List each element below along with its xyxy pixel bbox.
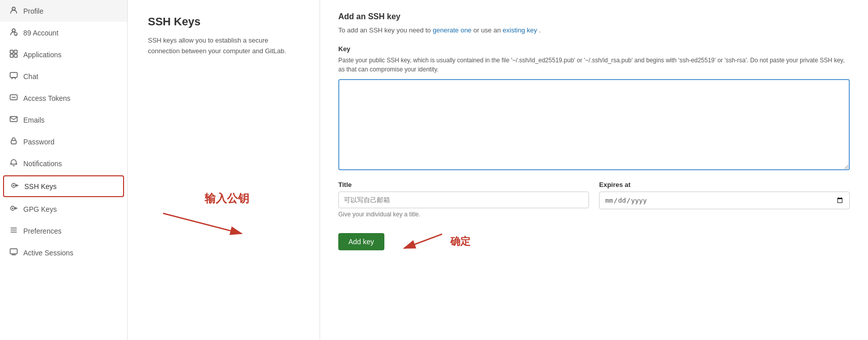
sidebar-item-profile[interactable]: Profile [0,0,127,22]
sidebar-item-label-access-tokens: Access Tokens [23,94,70,102]
svg-rect-20 [10,249,17,254]
sidebar-item-label-chat: Chat [23,72,38,81]
sidebar-item-label-emails: Emails [23,116,45,124]
confirm-arrow [397,229,447,254]
sidebar-item-label-gpg-keys: GPG Keys [23,205,57,213]
info-text: To add an SSH key you need to generate o… [338,25,850,36]
svg-line-25 [404,234,442,248]
right-panel: Add an SSH key To add an SSH key you nee… [320,0,868,340]
emails-icon [9,115,18,125]
svg-rect-8 [10,72,17,78]
svg-line-23 [163,213,242,234]
sidebar-item-notifications[interactable]: Notifications [0,153,127,174]
svg-rect-11 [10,117,17,122]
generate-link[interactable]: generate one [432,26,471,34]
sidebar-item-preferences[interactable]: Preferences [0,220,127,242]
gpg-keys-icon [9,204,18,214]
svg-rect-12 [11,140,16,144]
left-panel: SSH Keys SSH keys allow you to establish… [128,0,320,340]
applications-icon [9,50,18,59]
page-description: SSH keys allow you to establish a secure… [148,35,299,57]
sidebar-item-account[interactable]: ⚙89 Account [0,22,127,44]
annotation-group: 输入公钥 [158,191,249,239]
sidebar-item-password[interactable]: Password [0,131,127,153]
svg-rect-4 [10,50,13,53]
main-content: SSH Keys SSH keys allow you to establish… [128,0,868,340]
svg-rect-7 [14,54,17,57]
annotation-arrow [158,208,249,239]
title-hint: Give your individual key a title. [338,211,589,218]
page-title: SSH Keys [148,15,299,28]
sidebar-item-label-applications: Applications [23,51,62,59]
ssh-keys-icon [10,181,19,191]
sidebar-item-label-profile: Profile [23,7,44,15]
key-label: Key [338,45,850,53]
sidebar: Profile⚙89 AccountApplicationsChatAccess… [0,0,128,340]
info-suffix: . [539,26,541,34]
sidebar-item-applications[interactable]: Applications [0,44,127,65]
sidebar-item-label-active-sessions: Active Sessions [23,249,73,257]
expires-input[interactable] [599,192,850,209]
sidebar-item-label-password: Password [23,138,54,146]
title-group: Title Give your individual key a title. [338,181,589,218]
sidebar-item-label-account: 89 Account [23,29,58,37]
key-description: Paste your public SSH key, which is usua… [338,56,850,74]
svg-text:⚙: ⚙ [15,33,17,36]
expires-group: Expires at [599,181,850,209]
svg-rect-6 [10,54,13,57]
sidebar-item-label-notifications: Notifications [23,160,62,168]
info-middle: or use an [474,26,503,34]
sidebar-item-access-tokens[interactable]: Access Tokens [0,87,127,109]
sidebar-item-gpg-keys[interactable]: GPG Keys [0,198,127,220]
existing-key-link[interactable]: existing key [503,26,537,34]
sidebar-item-label-ssh-keys: SSH Keys [24,182,57,191]
sidebar-item-active-sessions[interactable]: Active Sessions [0,242,127,263]
password-icon [9,137,18,146]
svg-point-1 [12,29,15,32]
title-label: Title [338,181,589,188]
confirm-annotation-group: 确定 [397,229,470,254]
notifications-icon [9,159,18,168]
key-textarea[interactable] [338,79,850,170]
svg-point-0 [12,7,15,10]
expires-label: Expires at [599,181,850,188]
active-sessions-icon [9,248,18,257]
profile-icon [9,6,18,16]
preferences-icon [9,226,18,236]
sidebar-item-label-preferences: Preferences [23,227,61,235]
access-tokens-icon [9,93,18,103]
form-row: Title Give your individual key a title. … [338,181,850,218]
title-input[interactable] [338,192,589,208]
chat-icon [9,71,18,81]
section-title: Add an SSH key [338,12,850,21]
svg-rect-5 [14,50,17,53]
sidebar-item-emails[interactable]: Emails [0,109,127,131]
confirm-text: 确定 [450,235,470,248]
sidebar-item-chat[interactable]: Chat [0,65,127,87]
annotation-text: 输入公钥 [205,191,249,206]
account-icon: ⚙ [9,28,18,37]
info-prefix: To add an SSH key you need to [338,26,432,34]
svg-point-16 [12,208,14,209]
sidebar-item-ssh-keys[interactable]: SSH Keys [3,175,124,197]
add-key-button[interactable]: Add key [338,233,384,250]
svg-point-14 [13,185,15,186]
add-key-section: Add key 确定 [338,229,850,254]
